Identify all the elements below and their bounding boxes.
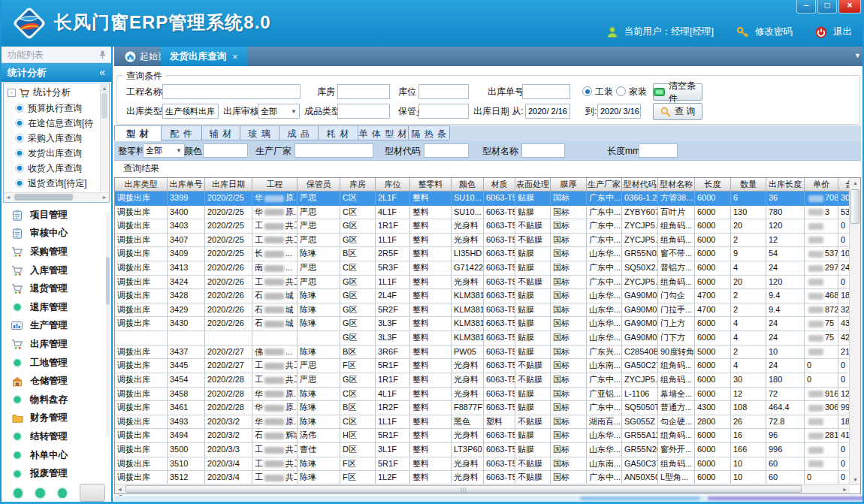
tree-horizontal-scrollbar[interactable]: ◄ ► (4, 192, 109, 202)
color-input[interactable] (203, 143, 248, 158)
table-row[interactable]: 调拨出库34072020/2/25工共工程严思G区1L1F整料光身料6063-T… (115, 234, 850, 248)
sidebar-item-退货管理[interactable]: 退货管理 (2, 279, 107, 298)
tree-item[interactable]: 采购入库查询 (5, 131, 100, 146)
footer-dot-icon[interactable] (58, 488, 67, 498)
sidebar-item-工地管理[interactable]: 工地管理 (2, 354, 107, 373)
column-header[interactable]: 库位 (376, 178, 410, 192)
profile-name-input[interactable] (521, 143, 565, 158)
change-password-link[interactable]: 修改密码 (755, 26, 793, 38)
radio-jiazhuang[interactable]: 家装 (616, 84, 647, 99)
order-no-input[interactable] (522, 84, 570, 99)
table-row[interactable]: 调拨出库34932020/3/2华原...陈琳C区1L1F整料黑色塑料不贴膜国标… (115, 415, 850, 430)
footer-cart-button[interactable] (80, 484, 105, 502)
sidebar-item-审核中心[interactable]: 审核中心 (2, 225, 107, 243)
date-to-select[interactable]: 2020/ 3/16▼ (597, 104, 641, 119)
column-header[interactable]: 整零料 (410, 178, 452, 192)
table-horizontal-scrollbar[interactable]: ◄ ||| ► (115, 484, 850, 493)
sidebar-item-退库管理[interactable]: 退库管理 (2, 298, 107, 317)
sidebar-item-物料盘存[interactable]: 物料盘存 (2, 391, 107, 409)
column-header[interactable]: 数量 (731, 178, 766, 192)
table-row[interactable]: 调拨出库34242020/2/26工共工程严思G区1L1F整料光身料6063-T… (115, 276, 850, 290)
sidebar-item-生产管理[interactable]: 生产管理 (2, 317, 107, 336)
table-vertical-scrollbar[interactable]: ▲ ▼ (849, 178, 860, 484)
tab-shipment-outbound-query[interactable]: 发货出库查询 × (161, 47, 247, 66)
maximize-button[interactable]: □ (817, 0, 837, 14)
material-tab[interactable]: 配 件 (162, 125, 202, 140)
table-row[interactable]: 调拨出库34612020/2/28华原...陈琳B区1R2F整料F8877FT6… (115, 401, 850, 415)
tree-item[interactable]: 退货查询[待定] (5, 176, 100, 191)
table-row[interactable]: 调拨出库35102020/3/4工共工程陈琳F区5R1F整料光身料6063-T5… (115, 457, 850, 472)
footer-dot-icon[interactable] (14, 488, 23, 498)
column-header[interactable]: 型材代码 (622, 178, 658, 192)
tree-item[interactable]: 发货出库查询 (5, 146, 100, 161)
column-header[interactable]: 单价 (805, 178, 838, 192)
pin-icon[interactable] (99, 50, 106, 59)
audit-select[interactable]: 全部▼ (258, 104, 300, 119)
sidebar-item-仓储管理[interactable]: 仓储管理 (2, 372, 107, 391)
column-header[interactable]: 出库单号 (168, 178, 205, 192)
sidebar-section-header[interactable]: 统计分析 « (2, 63, 111, 82)
tree-vertical-scrollbar[interactable]: ▲ (100, 84, 108, 192)
column-header[interactable]: 生产厂家 (587, 178, 622, 192)
tab-overflow-icon[interactable]: ▼ (854, 52, 861, 59)
material-tab[interactable]: 型 材 (114, 125, 162, 141)
table-row[interactable]: 调拨出库33992020/2/25华原...严思C区2L1F整料SU10...6… (115, 192, 850, 206)
column-header[interactable]: 出库长度 (766, 178, 805, 192)
clear-conditions-button[interactable]: 清空条件 (653, 83, 702, 101)
tree-item[interactable]: 预算执行查询 (5, 101, 100, 116)
column-header[interactable]: 工程 (252, 178, 298, 192)
table-row[interactable]: 调拨出库34452020/2/27工共工程严思F区5R1F整料光身料6063-T… (115, 359, 850, 373)
sidebar-item-项目管理[interactable]: 项目管理 (2, 206, 107, 225)
maker-input[interactable] (295, 143, 373, 158)
table-row[interactable]: 调拨出库34032020/2/25工共工程严思G区1R1F整料光身料6063-T… (115, 219, 850, 234)
out-type-select[interactable]: 生产领料出库▼ (162, 104, 219, 119)
material-tab[interactable]: 成 品 (279, 125, 319, 140)
table-row[interactable]: 调拨出库34542020/2/28工共工程严思G区1R1F整料光身料6063-T… (115, 373, 850, 388)
table-row[interactable]: 调拨出库34372020/2/27佛...陈琳B区3R6F整料PW056063-… (115, 346, 850, 360)
length-input[interactable] (639, 143, 678, 158)
logout-link[interactable]: 退出 (833, 26, 852, 38)
material-tab[interactable]: 耗 材 (319, 125, 358, 140)
warehouse-input[interactable] (337, 84, 390, 99)
column-header[interactable]: 颜色 (452, 178, 484, 192)
column-header[interactable]: 出库类型 (115, 178, 168, 192)
radio-gongzhuang[interactable]: 工装 (582, 84, 613, 99)
table-row[interactable]: 调拨出库35122020/3/4工共工程陈琳F区1L2F整料光身料6063-T5… (115, 471, 850, 485)
sidebar-item-报废管理[interactable]: 报废管理 (2, 464, 107, 483)
sidebar-scrollbar[interactable] (106, 212, 110, 437)
table-row[interactable]: 调拨出库34582020/2/28华原...陈琳C区4L1F整料光身料6063-… (115, 388, 850, 402)
product-type-input[interactable] (337, 104, 390, 119)
table-row[interactable]: 调拨出库35002020/3/3工共工程曹佳D区3L1F整料LT3P606063… (115, 443, 850, 457)
column-header[interactable]: 膜厚 (551, 178, 587, 192)
search-button[interactable]: 查 询 (653, 103, 702, 120)
table-row[interactable]: G区3L3F整料KLM38176063-T5贴膜国标山东华...GA90M09.… (115, 331, 850, 346)
column-header[interactable]: 长度 (695, 178, 731, 192)
column-header[interactable]: 表面处理 (515, 178, 551, 192)
sidebar-item-补单中心[interactable]: 补单中心 (2, 446, 107, 465)
table-row[interactable]: 调拨出库34302020/2/26石城陈琳G区3L3F整料KLM38176063… (115, 317, 850, 331)
table-row[interactable]: 调拨出库34292020/2/26石城陈琳G区5R2F整料KLM38176063… (115, 303, 850, 318)
location-input[interactable] (418, 84, 469, 99)
collapse-icon[interactable]: « (99, 63, 105, 82)
column-header[interactable]: 库房 (340, 178, 376, 192)
close-button[interactable]: × (838, 0, 861, 14)
minimize-button[interactable]: – (796, 0, 816, 14)
material-tab[interactable]: 单 体 型 材 (358, 125, 409, 140)
sidebar-item-财务管理[interactable]: 财务管理 (2, 409, 107, 428)
tree-item[interactable]: 在途信息查询[待 (5, 116, 100, 131)
tree-root-statistics[interactable]: - 统计分析 (5, 85, 100, 101)
keeper-input[interactable] (418, 104, 469, 119)
project-name-input[interactable] (162, 84, 301, 99)
column-header[interactable]: 材质 (484, 178, 515, 192)
material-tab[interactable]: 隔 热 条 (409, 125, 450, 140)
sidebar-item-采购管理[interactable]: 采购管理 (2, 243, 107, 261)
material-tab[interactable]: 玻 璃 (240, 125, 279, 140)
table-row[interactable]: 调拨出库34942020/3/2石辉城汤伟H区5R1F整料光身料6063-T5贴… (115, 429, 850, 443)
sidebar-item-入库管理[interactable]: 入库管理 (2, 261, 107, 280)
table-row[interactable]: 调拨出库34002020/2/25华原...严思C区4L1F整料SU10...6… (115, 206, 850, 220)
date-from-select[interactable]: 2020/ 2/16▼ (525, 104, 570, 119)
part-select[interactable]: 全部▼ (143, 143, 185, 158)
column-header[interactable]: 出库日期 (205, 178, 252, 192)
sidebar-item-结转管理[interactable]: 结转管理 (2, 427, 107, 446)
table-row[interactable]: 调拨出库34282020/2/26石城陈琳G区2L4F整料KLM38176063… (115, 289, 850, 303)
